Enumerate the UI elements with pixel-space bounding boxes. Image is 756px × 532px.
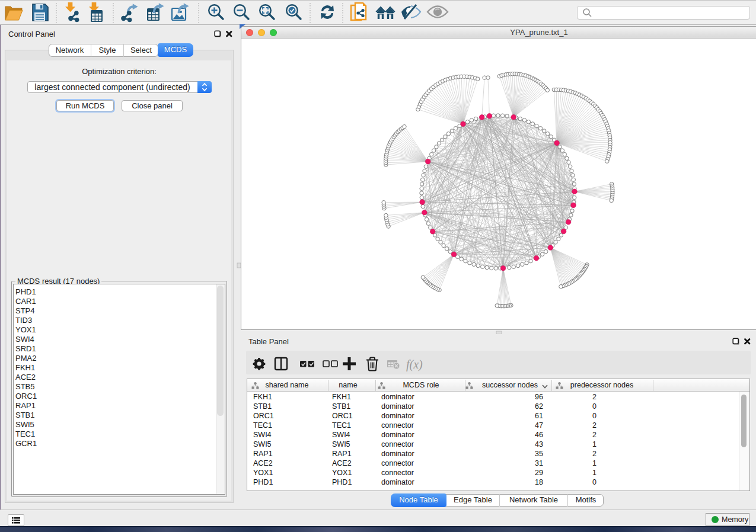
svg-text:f(x): f(x) bbox=[406, 358, 423, 371]
